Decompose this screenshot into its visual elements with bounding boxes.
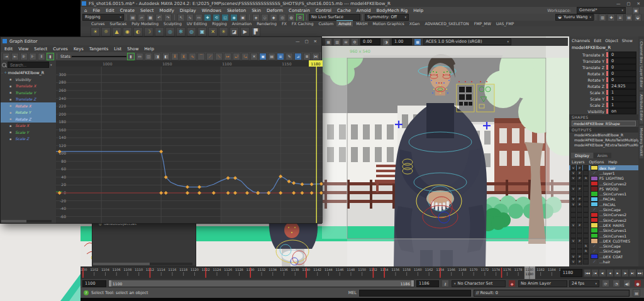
- viewport-tool-icon[interactable]: ▥: [333, 38, 341, 46]
- shelf-tab[interactable]: Rendering: [255, 21, 279, 26]
- graph-editor-menu-item[interactable]: List: [114, 47, 121, 52]
- ge-toggle-icon[interactable]: ▮: [47, 53, 54, 60]
- channel-row[interactable]: Rotate Y 0: [569, 77, 638, 83]
- layer-color-swatch[interactable]: ⟋: [591, 170, 598, 176]
- mel-label[interactable]: MEL: [348, 290, 357, 295]
- layer-display-mode-toggle[interactable]: [583, 217, 589, 223]
- shelf-tab[interactable]: Sculpting: [162, 21, 184, 26]
- sidebar-tab[interactable]: Modeling Toolkit: [640, 126, 643, 158]
- playback-button[interactable]: |▶: [621, 269, 629, 277]
- menu-item[interactable]: Constrain: [289, 8, 310, 13]
- select-tool-icon[interactable]: ⟲: [213, 14, 220, 21]
- layer-panel-menu-item[interactable]: Help: [608, 160, 617, 164]
- layer-row[interactable]: V P ...FACIAL: [569, 197, 638, 202]
- shelf-tab[interactable]: Poly Modeling: [130, 21, 160, 26]
- ge-channel-row[interactable]: ▪ Translate Z: [1, 96, 56, 103]
- ge-channel-row[interactable]: ▪ Rotate Z: [1, 116, 56, 123]
- layer-playback-toggle[interactable]: P: [577, 259, 582, 265]
- ge-channel-row[interactable]: ▪ Scale Y: [1, 129, 56, 136]
- shelf-tool-icon[interactable]: ☽: [144, 27, 153, 36]
- ge-channel-row[interactable]: ▪ Rotate Y: [1, 109, 56, 116]
- layer-color-swatch[interactable]: [591, 186, 598, 192]
- ge-tangent-icon[interactable]: ⊻: [180, 53, 187, 60]
- viewport-tool-icon[interactable]: ⚙: [351, 38, 358, 46]
- layer-color-swatch[interactable]: [591, 165, 598, 171]
- layer-visibility-toggle[interactable]: [570, 227, 576, 233]
- layer-color-swatch[interactable]: ⟋: [591, 249, 598, 254]
- graph-editor-plot-area[interactable]: 3002802602402202001801601401201008060402…: [56, 60, 323, 223]
- ge-tangent-icon[interactable]: ▤: [268, 53, 275, 60]
- layer-playback-toggle[interactable]: P: [577, 238, 582, 244]
- shelf-tab[interactable]: FX Caching: [290, 21, 316, 26]
- shelf-tab[interactable]: FX: [280, 21, 289, 26]
- toolbar-icon[interactable]: ◒: [634, 14, 641, 21]
- channel-row[interactable]: Translate Z 0: [569, 64, 638, 70]
- shelf-tab[interactable]: MASH: [354, 21, 369, 26]
- channel-row[interactable]: Translate X 0: [569, 52, 638, 58]
- current-time-field[interactable]: 1180: [560, 269, 582, 277]
- channel-value-field[interactable]: 0: [609, 77, 636, 83]
- channel-value-field[interactable]: 0: [609, 58, 636, 64]
- user-account-chip[interactable]: ◒ Yueru Wang▾: [555, 14, 594, 21]
- channel-box-menu-item[interactable]: Object: [605, 38, 618, 43]
- layer-visibility-toggle[interactable]: [570, 181, 576, 187]
- ge-tangent-icon[interactable]: ≣: [303, 53, 311, 60]
- layer-display-mode-toggle[interactable]: [583, 254, 589, 260]
- menu-item[interactable]: File: [92, 8, 100, 13]
- layer-visibility-toggle[interactable]: [570, 217, 576, 223]
- ge-tangent-icon[interactable]: ≡: [277, 53, 284, 60]
- ge-channel-row[interactable]: ▪ Scale Z: [1, 136, 56, 143]
- color-managed-icon[interactable]: ▦: [414, 38, 421, 46]
- close-icon[interactable]: ✕: [637, 1, 640, 6]
- layer-color-swatch[interactable]: ⟋: [591, 259, 598, 265]
- channel-box-menu-item[interactable]: Show: [622, 38, 633, 43]
- channel-row[interactable]: Visibility on: [569, 108, 638, 114]
- ge-tangent-icon[interactable]: ∿: [189, 53, 196, 60]
- playback-button[interactable]: ▶|: [629, 269, 636, 277]
- menu-item[interactable]: Cache: [337, 8, 351, 13]
- layer-visibility-toggle[interactable]: [570, 212, 576, 218]
- channel-value-field[interactable]: 0: [609, 52, 636, 58]
- layer-playback-toggle[interactable]: [577, 243, 582, 249]
- menu-item[interactable]: Modify: [160, 8, 174, 13]
- title-bar[interactable]: FS_shot16.0015.mb* - Autodesk MAYA 2024.…: [80, 0, 644, 7]
- viewport-tool-icon[interactable]: ⊞: [342, 38, 350, 46]
- select-tool-icon[interactable]: ▭: [195, 14, 203, 21]
- layer-color-swatch[interactable]: [591, 197, 598, 202]
- layer-playback-toggle[interactable]: [577, 181, 582, 187]
- graph-editor-menu-item[interactable]: Select: [34, 47, 47, 52]
- layer-playback-toggle[interactable]: P: [577, 197, 582, 202]
- menu-item[interactable]: Arnold: [357, 8, 371, 13]
- layer-panel-tab[interactable]: Display: [571, 153, 593, 158]
- symmetry-selector[interactable]: Symmetry: Off▾: [365, 14, 409, 21]
- graph-editor-menu-item[interactable]: Show: [127, 47, 138, 52]
- minimize-icon[interactable]: —: [616, 1, 621, 6]
- layer-playback-toggle[interactable]: [577, 249, 582, 254]
- menu-item[interactable]: Create: [120, 8, 135, 13]
- ge-tool-icon[interactable]: ⫴: [38, 53, 45, 60]
- shelf-tab[interactable]: FMP_MW: [472, 21, 493, 26]
- layer-playback-toggle[interactable]: P: [577, 170, 582, 176]
- menu-set-selector[interactable]: Rigging▾: [82, 14, 124, 21]
- graph-editor-menu-item[interactable]: Edit: [4, 47, 13, 52]
- layer-visibility-toggle[interactable]: V: [570, 222, 576, 228]
- channel-value-field[interactable]: 24.925: [609, 83, 636, 89]
- ge-tangent-icon[interactable]: ✕: [250, 53, 258, 60]
- range-slider[interactable]: 1100 1186: [108, 280, 414, 287]
- shelf-tool-icon[interactable]: ✳: [219, 27, 228, 36]
- layer-color-swatch[interactable]: [591, 233, 598, 239]
- sidebar-tab[interactable]: Channel Box / Layer Editor: [640, 39, 643, 90]
- layer-playback-toggle[interactable]: P: [577, 202, 582, 207]
- channel-row[interactable]: Translate Y 0: [569, 58, 638, 64]
- ge-tool-icon[interactable]: ⇤: [11, 53, 19, 60]
- shelf-tab[interactable]: Custom: [316, 21, 335, 26]
- ge-tangent-icon[interactable]: ⊼: [171, 53, 179, 60]
- layer-color-swatch[interactable]: ⟋: [591, 243, 598, 249]
- layer-display-mode-toggle[interactable]: [583, 197, 589, 202]
- output-node[interactable]: model4FKElbow_RAutoTwistMultiplyDivide: [569, 138, 638, 143]
- file-op-icon[interactable]: ▱: [138, 14, 145, 21]
- layer-visibility-toggle[interactable]: [570, 191, 576, 197]
- shelf-tool-icon[interactable]: ◍: [187, 27, 196, 36]
- layer-color-swatch[interactable]: [591, 191, 598, 197]
- layer-visibility-toggle[interactable]: V: [570, 202, 576, 207]
